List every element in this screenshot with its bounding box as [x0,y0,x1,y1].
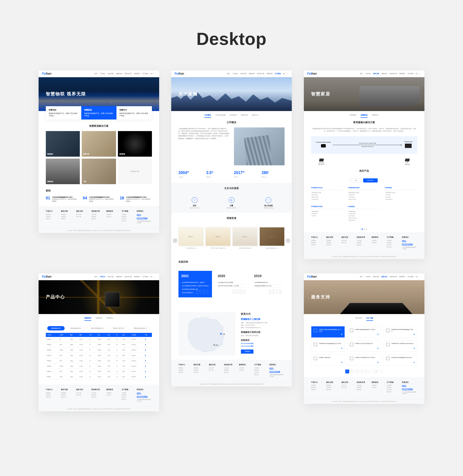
footer-link[interactable]: 智慧家居 [178,369,194,371]
thumb-panel[interactable]: 智能面板 [46,131,80,157]
footer-link[interactable]: 智慧车行 [326,389,341,391]
footer-link[interactable]: 公司新闻 [106,214,122,215]
download-card[interactable]: FH8856 4K超高清智能网络摄像机 SoC 产品简介⬇ [311,326,345,338]
footer-link[interactable]: 定期报告 [357,242,372,244]
download-icon[interactable]: ⬇ [377,361,379,364]
table-row[interactable]: FH88301080P30fpsH.264A7DDR2QFN无0.5W-40~8… [46,364,152,369]
footer-link[interactable]: 技术文档 [341,384,357,386]
page-number[interactable]: 3 [355,370,359,373]
footer-link[interactable]: 发展历程 [387,242,402,244]
download-icon[interactable]: ⬇ [145,360,146,362]
footer-link[interactable]: 发展历程 [387,387,402,388]
footer-link[interactable]: 联系方式 [387,391,402,393]
footer-phone[interactable]: 021-61121558 [269,367,285,374]
thumb-camera[interactable]: 智能摄像 [118,131,152,157]
map-pin-shanghai[interactable]: 上海 [220,333,225,335]
footer-link[interactable]: 定期报告 [91,394,107,396]
thumb-access[interactable]: 门禁 [82,159,116,184]
product-card[interactable]: FH88524MP@30fpsH.265/H.264Low PowerSmart… [348,205,380,221]
footer-link[interactable]: 智慧家居 [194,369,209,371]
timeline-card[interactable]: 2021· 发布FH8856V200系列IPC芯片，集成NPU· 发布车规级IS… [178,271,212,297]
footer-link[interactable]: 临时公告 [91,218,107,220]
footer-link[interactable]: 智慧家居 [61,216,76,218]
timeline-card[interactable]: 2019· 发布FH8856系列IPC芯片· 获评国家级专精特新小巨人企业201… [251,271,285,297]
footer-link[interactable]: SDK下载 [341,387,357,388]
footer-link[interactable]: 智慧安防 [326,384,341,386]
footer-link[interactable]: 联系方式 [387,246,402,248]
footer-phone[interactable]: 021-61121558 [137,214,152,220]
footer-link[interactable]: 智慧车行 [61,396,76,398]
footer-link[interactable]: 智慧家居 [311,387,326,388]
footer-link[interactable]: 智慧安防 [194,367,209,369]
footer-phone[interactable]: 021-61121558 [402,240,417,247]
logo[interactable]: Fulhan [307,275,317,279]
download-icon[interactable]: ⬇ [145,344,146,346]
table-row[interactable]: FH88564K30fpsH.265A7DDR3BGA有1.2W-40~85°C… [46,337,152,342]
footer-link[interactable]: 公司概况 [254,367,269,369]
footer-link[interactable]: 行业动态 [372,387,387,388]
footer-link[interactable]: 行业动态 [106,394,122,396]
footer-link[interactable]: 智慧车行 [194,372,209,373]
thumb-lock[interactable]: 智能门锁 [82,131,116,157]
certificate[interactable]: 荣誉证书 [259,227,285,246]
search-icon[interactable]: ⌕ [420,73,421,74]
table-row[interactable]: FH86261080P60fpsH.264A7DDR2QFN无0.6W-40~8… [46,348,152,353]
product-card[interactable]: FH88564K@30fps H.2652T NPUStar-lightDual… [385,186,417,200]
footer-link[interactable]: 智慧安防 [311,384,326,386]
download-icon[interactable]: ⬇ [341,347,343,350]
page-number[interactable]: > [379,370,383,373]
page-number[interactable]: 2 [350,370,354,373]
footer-link[interactable]: 联系方式 [254,374,269,375]
timeline-card[interactable]: 2020· 发布首颗AI IPC芯片FH8652· 推出XVR SoC芯片FH8… [215,271,248,297]
footer-link[interactable]: 临时公告 [357,244,372,246]
footer-link[interactable]: 临时公告 [357,389,372,391]
footer-link[interactable]: 发展历程 [254,369,269,371]
footer-link[interactable]: 智慧安防 [311,240,326,241]
footer-link[interactable]: SDK下载 [76,216,91,218]
search-icon[interactable]: ⌕ [155,276,156,278]
footer-link[interactable]: 发展历程 [122,216,137,218]
footer-link[interactable]: 智慧车行 [46,218,61,220]
table-row[interactable]: FH86323MP30fpsH.265A7DDR3QFN有0.8W-40~85°… [46,353,152,358]
footer-phone[interactable]: 021-61121558 [137,392,152,399]
search-icon[interactable]: ⌕ [155,73,156,74]
footer-link[interactable]: 智慧车行 [311,389,326,391]
footer-link[interactable]: 联系方式 [122,220,137,222]
thumb-more[interactable]: 更多解决方案 [118,159,152,184]
certificate[interactable]: 荣誉证书 [178,227,204,246]
download-icon[interactable]: ⬇ [145,354,146,357]
table-row[interactable]: FH8810720P30fpsH.264A7DDR2QFN无0.4W-40~85… [46,374,152,380]
footer-link[interactable]: 加入我们 [122,218,137,220]
download-icon[interactable]: ⬇ [145,371,146,373]
footer-link[interactable]: 加入我们 [387,389,402,391]
download-icon[interactable]: ⬇ [413,347,415,350]
search-icon[interactable]: ⌕ [420,276,421,278]
download-card[interactable]: FH8856V200 H.265智能IPC硬件参考设计⬇ [383,340,417,352]
tab-auto[interactable]: 智慧车行构建安全智能的产品、保障人民生命财产安全 [116,106,152,119]
download-card[interactable]: FH8626V100 网络摄像机SoC参考设计⬇ [383,354,417,366]
carousel-prev[interactable]: ‹ [173,238,178,243]
footer-link[interactable]: 定期报告 [91,216,107,218]
footer-link[interactable]: 公司概况 [122,392,137,394]
footer-link[interactable]: 智慧家居 [311,242,326,244]
news-item[interactable]: 042N系列高清视频编解码芯片发布全新系列产品正式上市，满足多场景应用需求 [83,196,115,202]
map-pin-shenzhen[interactable]: 深圳 [214,344,218,346]
footer-link[interactable]: 公司新闻 [106,392,122,394]
logo[interactable]: Fulhan [42,72,51,76]
footer-link[interactable]: 技术文档 [341,240,357,241]
logo[interactable]: Fulhan [42,275,51,279]
footer-link[interactable]: 加入我们 [254,372,269,373]
footer-link[interactable]: 临时公告 [91,396,107,398]
page-number[interactable]: … [369,370,373,373]
footer-link[interactable]: 公司治理 [224,367,239,369]
footer-link[interactable]: 行业动态 [239,369,254,371]
download-icon[interactable]: ⬇ [145,349,146,351]
footer-link[interactable]: 临时公告 [224,372,239,373]
tab-home[interactable]: 智慧家居构建安全智能的产品、保障人民生命财产安全 [81,106,117,119]
footer-link[interactable]: 智慧车行 [61,218,76,220]
page-number[interactable]: 4 [360,370,364,373]
footer-link[interactable]: 智慧车行 [326,244,341,246]
download-icon[interactable]: ⬇ [145,339,146,341]
download-card[interactable]: FH8852 XVR参考设计⬇ [311,354,345,366]
footer-link[interactable]: SDK下载 [341,242,357,244]
